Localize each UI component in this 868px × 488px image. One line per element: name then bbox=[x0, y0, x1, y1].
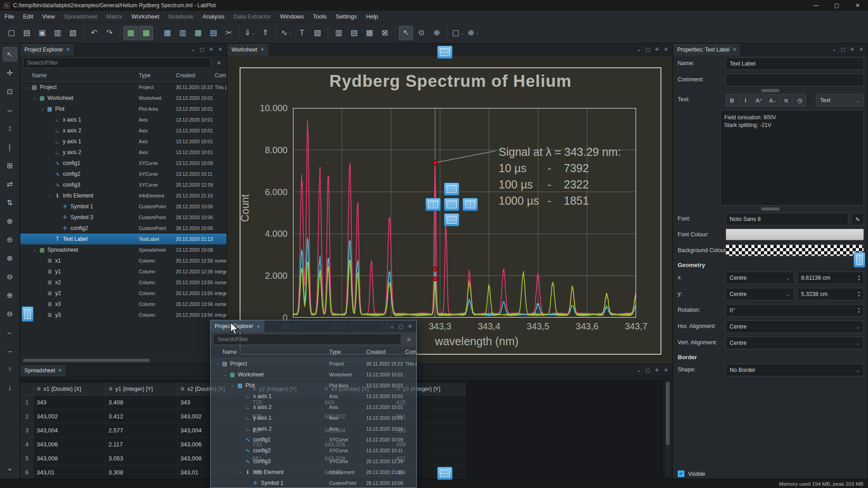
grid-layout-button[interactable]: ▦ bbox=[362, 26, 377, 40]
table-cell[interactable]: 3.053 bbox=[106, 451, 178, 465]
tree-item-symbol-1[interactable]: ✛Symbol 1CustomPoint28.12.2020 10:06 bbox=[211, 478, 416, 488]
visible-checkbox[interactable]: ✓ bbox=[678, 470, 684, 477]
column-header-type[interactable]: Type bbox=[329, 349, 341, 355]
open-project-button[interactable]: ▤ bbox=[19, 26, 34, 40]
floating-project-explorer-window[interactable]: Project Explorer ✕ ⌄▢✕ ≡ Name Type Creat… bbox=[210, 320, 417, 488]
tree-item-x-axis-1[interactable]: ∟x axis 1Axis13.12.2020 10:01 bbox=[20, 114, 226, 125]
vertical-layout-button[interactable]: ▥ bbox=[331, 26, 346, 40]
expander-icon[interactable]: ⌄ bbox=[32, 96, 38, 100]
drop-indicator-center[interactable] bbox=[444, 198, 459, 211]
column-header-name[interactable]: Name bbox=[222, 349, 237, 355]
plot-title[interactable]: Rydberg Spectrum of Helium bbox=[241, 72, 660, 91]
shift-down-y-button[interactable]: ↓ bbox=[3, 380, 17, 395]
tree-item-x-axis-1[interactable]: ∟x axis 1Axis13.12.2020 10:01 bbox=[211, 391, 416, 402]
expander-icon[interactable]: ⌄ bbox=[32, 248, 38, 252]
tree-item-plot[interactable]: ⌄▩PlotPlot Area13.12.2020 10:01 bbox=[20, 103, 226, 114]
vertical-scrollbar[interactable] bbox=[665, 381, 670, 476]
tree-item-worksheet[interactable]: ⌄▦WorksheetWorksheet13.12.2020 10:01 bbox=[211, 369, 416, 380]
close-icon[interactable]: ✕ bbox=[66, 47, 70, 52]
new-workbook-button[interactable]: ▤ bbox=[206, 26, 221, 40]
tree-item-x-axis-2[interactable]: ∟x axis 2Axis13.12.2020 10:01 bbox=[20, 125, 226, 136]
select-edit-tool[interactable]: ↖ bbox=[3, 47, 17, 61]
tree-item-config2[interactable]: ✛config2CustomPoint28.12.2020 10:06 bbox=[20, 223, 226, 234]
tab-spreadsheet[interactable]: Spreadsheet ✕ bbox=[20, 365, 66, 376]
new-worksheet-button[interactable]: ▦ bbox=[160, 26, 175, 40]
print-preview-button[interactable]: ▧ bbox=[66, 26, 80, 40]
save-project-button[interactable]: ▣ bbox=[35, 26, 49, 40]
y-offset-spinbox[interactable]: 5,3238 cm▴▾ bbox=[797, 288, 864, 300]
column-header-x1[interactable]: ≣x1 {Double} [X] bbox=[34, 383, 106, 395]
new-matrix-button[interactable]: ▦ bbox=[191, 26, 205, 40]
navigate-tool-button[interactable]: ⊙ bbox=[414, 26, 429, 40]
tree-item-config1[interactable]: ∿config1XYCurve13.12.2020 10:09 bbox=[20, 158, 226, 169]
tree-item-y-axis-1[interactable]: ∟y axis 1Axis13.12.2020 10:01 bbox=[211, 413, 416, 423]
name-input[interactable] bbox=[726, 57, 864, 70]
pin-icon[interactable]: ✛ bbox=[652, 45, 661, 54]
add-plot-button[interactable]: ∿⌄ bbox=[279, 26, 294, 40]
drop-indicator-outer-left[interactable] bbox=[22, 306, 33, 322]
menu-notebook[interactable]: Notebook bbox=[164, 11, 198, 22]
tree-item-y3[interactable]: ≣y3Column20.12.2020 13:56integer da bbox=[20, 310, 226, 320]
close-icon[interactable]: ✕ bbox=[406, 322, 415, 331]
column-header-created[interactable]: Created bbox=[366, 349, 386, 355]
cursor-tool[interactable]: ∣ bbox=[3, 140, 17, 154]
zoom-y-select-tool[interactable]: ↕ bbox=[3, 121, 17, 136]
print-button[interactable]: ▥ bbox=[50, 26, 65, 40]
table-cell[interactable]: 2.577 bbox=[106, 423, 178, 437]
menu-settings[interactable]: Settings bbox=[331, 11, 362, 22]
expander-icon[interactable]: ⌄ bbox=[24, 85, 30, 89]
drop-indicator-outer-top[interactable] bbox=[437, 46, 453, 59]
explorer-column-header[interactable]: Name Type Created Comment bbox=[211, 347, 416, 358]
dock-menu-icon[interactable]: ⌄ bbox=[634, 45, 643, 54]
tree-item-project[interactable]: ⌄▤ProjectProject30.11.2020 15:23This pro… bbox=[211, 358, 416, 369]
dock-menu-icon[interactable]: ⌄ bbox=[830, 45, 839, 54]
close-icon[interactable]: ✕ bbox=[661, 366, 670, 375]
plot-area[interactable]: Rydberg Spectrum of Helium Count wavelen… bbox=[240, 67, 661, 355]
tree-item-x2[interactable]: ≣x2Column20.12.2020 13:55numerical bbox=[20, 277, 226, 288]
tab-worksheet[interactable]: Worksheet ✕ bbox=[227, 44, 269, 56]
menu-data-extractor[interactable]: Data Extractor bbox=[229, 11, 275, 22]
drop-indicator-inner-right[interactable] bbox=[462, 198, 478, 211]
pin-icon[interactable]: ✛ bbox=[848, 45, 857, 54]
expander-icon[interactable]: ⌄ bbox=[214, 361, 221, 366]
shift-up-y-button[interactable]: ↑ bbox=[3, 362, 17, 376]
row-header[interactable]: 4 bbox=[20, 437, 34, 451]
drop-indicator-outer-bottom[interactable] bbox=[437, 467, 453, 480]
tree-item-worksheet[interactable]: ⌄▦WorksheetWorksheet13.12.2020 10:01 bbox=[20, 93, 226, 103]
row-header[interactable]: 3 bbox=[20, 423, 34, 437]
bold-button[interactable]: B bbox=[726, 94, 738, 107]
table-cell[interactable]: 3.412 bbox=[106, 409, 178, 423]
zoom-region-button[interactable]: ⊕⌄ bbox=[466, 26, 481, 40]
column-header-type[interactable]: Type bbox=[139, 72, 151, 79]
zoom-out-button[interactable]: ⊖ bbox=[3, 232, 17, 247]
hor-alignment-combo[interactable]: Centre⌄ bbox=[726, 320, 864, 333]
menu-help[interactable]: Help bbox=[362, 11, 383, 22]
toggle-properties-explorer-button[interactable]: ▩ bbox=[139, 26, 153, 40]
table-cell[interactable]: 343,006 bbox=[34, 437, 106, 451]
tree-item-spreadsheet[interactable]: ⌄▦SpreadsheetSpreadsheet13.12.2020 10:08 bbox=[20, 244, 226, 255]
redo-button[interactable]: ↷ bbox=[102, 26, 117, 40]
expander-icon[interactable]: ⌄ bbox=[230, 383, 236, 388]
subscript-button[interactable]: A₋ bbox=[766, 94, 779, 107]
italic-button[interactable]: I bbox=[739, 94, 752, 107]
tree-item-project[interactable]: ⌄▤ProjectProject30.11.2020 15:23This pro… bbox=[20, 82, 226, 93]
comment-input[interactable] bbox=[726, 74, 864, 86]
drop-indicator-inner-top[interactable] bbox=[444, 183, 459, 196]
table-cell[interactable]: 3.308 bbox=[106, 465, 178, 479]
break-layout-button[interactable]: ⊠ bbox=[377, 26, 392, 40]
shift-right-x-button[interactable]: → bbox=[3, 343, 17, 358]
add-text-label-button[interactable]: T bbox=[295, 26, 309, 40]
column-header-name[interactable]: Name bbox=[32, 72, 47, 79]
chevron-down-icon[interactable]: ⌄ bbox=[476, 31, 479, 35]
tree-item-symbol-1[interactable]: ✛Symbol 1CustomPoint28.12.2020 10:06 bbox=[20, 201, 226, 212]
auto-scale-y-button[interactable]: ⇅ bbox=[3, 195, 17, 210]
tree-item-info-element[interactable]: ⌄ℹInfo ElementInfoElement20.12.2020 21:1… bbox=[211, 467, 416, 478]
row-header[interactable]: 2 bbox=[20, 409, 34, 423]
close-button[interactable]: ✕ bbox=[847, 0, 868, 11]
tree-item-config2[interactable]: ∿config2XYCurve13.12.2020 10:11 bbox=[20, 169, 226, 179]
tab-properties-text-label[interactable]: Properties: Text Label ✕ bbox=[673, 44, 741, 56]
tree-item-config3[interactable]: ∿config3XYCurve20.12.2020 12:39 bbox=[20, 179, 226, 190]
scrollbar-thumb[interactable] bbox=[666, 382, 670, 445]
close-icon[interactable]: ✕ bbox=[260, 47, 264, 52]
shift-left-x-button[interactable]: ← bbox=[3, 325, 17, 339]
